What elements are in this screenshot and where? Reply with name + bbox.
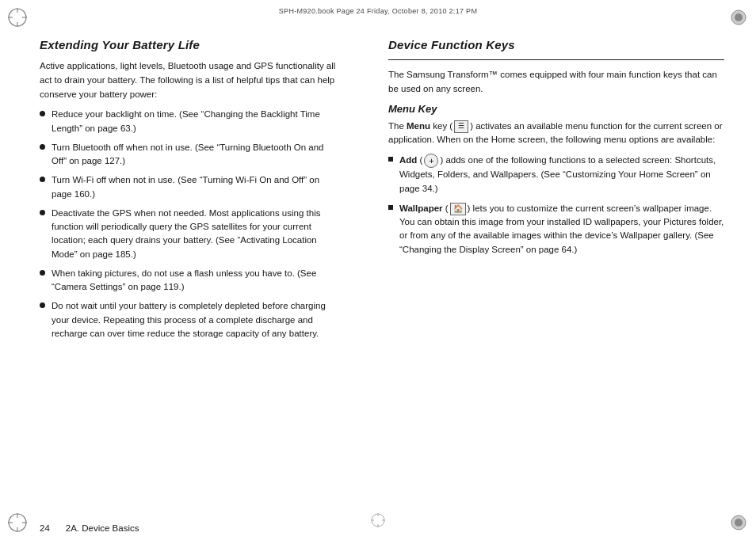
add-icon: +	[424, 154, 438, 168]
bullet-dot-icon	[40, 210, 45, 215]
square-bullet-icon	[388, 205, 393, 210]
list-item: Reduce your backlight on time. (See “Cha…	[40, 108, 341, 135]
sub-list-item-text: Add (+) adds one of the following functi…	[399, 154, 724, 196]
list-item-text: Reduce your backlight on time. (See “Cha…	[52, 108, 341, 135]
bullet-dot-icon	[40, 111, 45, 116]
menu-key-text-before: The	[388, 121, 407, 131]
list-item: Turn Bluetooth off when not in use. (See…	[40, 141, 341, 169]
left-title: Extending Your Battery Life	[40, 38, 341, 51]
bullet-dot-icon	[40, 302, 45, 308]
list-item: Deactivate the GPS when not needed. Most…	[40, 207, 341, 261]
list-item: When taking pictures, do not use a flash…	[40, 267, 341, 295]
menu-key-icon: ☰	[454, 120, 468, 133]
header-bar: SPH-M920.book Page 24 Friday, October 8,…	[0, 0, 756, 22]
wallpaper-icon: 🏠	[450, 203, 466, 215]
left-intro: Active applications, light levels, Bluet…	[40, 59, 341, 101]
section-divider	[388, 59, 724, 60]
wallpaper-label: Wallpaper	[399, 203, 443, 213]
footer-page-number: 24	[40, 523, 50, 533]
sub-list-item-text: Wallpaper (🏠) lets you to customize the …	[399, 202, 724, 257]
left-column: Extending Your Battery Life Active appli…	[0, 22, 365, 516]
menu-key-bold: Menu	[407, 121, 430, 131]
right-intro: The Samsung Transform™ comes equipped wi…	[388, 68, 724, 97]
add-text: ) adds one of the following functions to…	[399, 155, 716, 192]
menu-key-description: The Menu key (☰) activates an available …	[388, 120, 724, 148]
add-icon-wrap: (	[420, 155, 423, 165]
list-item-text: Deactivate the GPS when not needed. Most…	[52, 207, 341, 261]
header-text: SPH-M920.book Page 24 Friday, October 8,…	[279, 7, 477, 15]
square-bullet-icon	[388, 157, 393, 162]
menu-key-text-mid: key (	[430, 121, 452, 131]
add-label: Add	[399, 155, 417, 165]
wallpaper-icon-wrap: (	[445, 203, 449, 213]
right-title: Device Function Keys	[388, 38, 724, 51]
list-item: Do not wait until your battery is comple…	[40, 299, 341, 340]
bullet-dot-icon	[40, 270, 45, 276]
sub-bullet-list: Add (+) adds one of the following functi…	[388, 154, 724, 257]
bullet-dot-icon	[40, 144, 45, 150]
content-area: Extending Your Battery Life Active appli…	[0, 22, 756, 516]
list-item-text: Turn Bluetooth off when not in use. (See…	[52, 141, 341, 169]
footer-section: 2A. Device Basics	[66, 523, 139, 533]
sub-list-item-wallpaper: Wallpaper (🏠) lets you to customize the …	[388, 202, 724, 257]
sub-list-item-add: Add (+) adds one of the following functi…	[388, 154, 724, 196]
list-item-text: Do not wait until your battery is comple…	[52, 299, 341, 340]
center-bottom-mark	[370, 512, 386, 530]
list-item: Turn Wi-Fi off when not in use. (See “Tu…	[40, 173, 341, 201]
bullet-list: Reduce your backlight on time. (See “Cha…	[40, 108, 341, 340]
list-item-text: When taking pictures, do not use a flash…	[52, 267, 341, 295]
bullet-dot-icon	[40, 177, 45, 182]
right-column: Device Function Keys The Samsung Transfo…	[365, 22, 756, 516]
list-item-text: Turn Wi-Fi off when not in use. (See “Tu…	[52, 173, 341, 201]
page: SPH-M920.book Page 24 Friday, October 8,…	[0, 0, 756, 540]
menu-key-subtitle: Menu Key	[388, 103, 724, 115]
